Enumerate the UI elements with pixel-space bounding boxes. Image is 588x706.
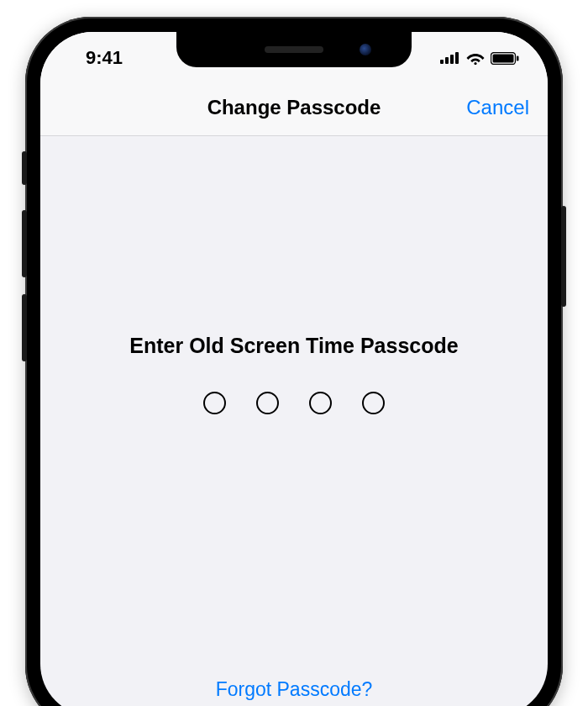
volume-up-button [22,210,27,277]
wifi-icon [466,51,485,65]
cellular-icon [440,52,460,64]
power-button [561,206,566,307]
cancel-button[interactable]: Cancel [466,96,529,119]
mute-switch [22,151,27,185]
page-title: Change Passcode [207,96,381,119]
svg-rect-7 [517,55,519,61]
notch [176,32,412,67]
clock: 9:41 [86,47,123,69]
passcode-dots [203,392,385,414]
svg-rect-6 [493,54,514,62]
passcode-prompt: Enter Old Screen Time Passcode [129,334,458,358]
svg-rect-1 [445,57,449,64]
svg-rect-0 [440,60,444,64]
content-area: Enter Old Screen Time Passcode Forgot Pa… [40,136,548,706]
svg-point-4 [474,62,476,65]
speaker-grille [265,46,323,53]
svg-rect-3 [455,52,459,64]
front-camera [360,44,371,55]
passcode-dot-3 [309,392,332,414]
svg-rect-2 [450,55,454,64]
screen: 9:41 Change Passcode Cancel Enter Old Sc… [40,32,548,706]
passcode-dot-1 [203,392,226,414]
passcode-dot-4 [362,392,385,414]
navigation-bar: Change Passcode Cancel [40,79,548,136]
forgot-passcode-button[interactable]: Forgot Passcode? [216,678,373,701]
status-icons [440,51,519,65]
phone-frame: 9:41 Change Passcode Cancel Enter Old Sc… [25,17,563,706]
battery-icon [491,52,519,65]
passcode-dot-2 [256,392,279,414]
volume-down-button [22,294,27,361]
